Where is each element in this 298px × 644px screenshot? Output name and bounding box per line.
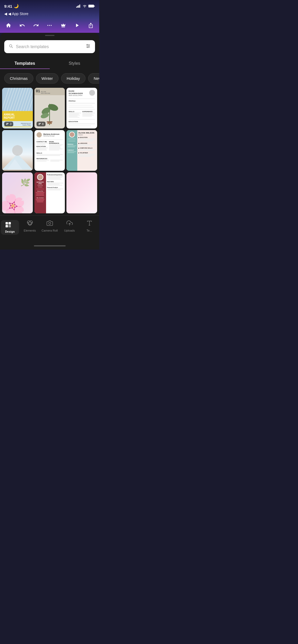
svg-rect-43 (8, 222, 11, 224)
bottom-nav: Design Elements Camera Roll (0, 215, 99, 243)
search-bar[interactable]: Search templates (4, 40, 95, 53)
svg-point-14 (87, 47, 88, 48)
more-button[interactable] (45, 21, 54, 30)
template-annual-report[interactable]: ANNUALREPORT Prepared byJoseph Lansdon P… (2, 88, 33, 128)
home-bar (34, 245, 66, 246)
template-badge-3: 3 (4, 122, 13, 126)
cv-olivia-right: OLIVIA WILSON Student ▶ EDUCATION ▶ LANG… (77, 130, 97, 171)
plant-svg (37, 97, 62, 125)
camera-label: Camera Roll (42, 229, 58, 232)
redo-icon (33, 22, 39, 28)
appstore-label[interactable]: ◀ App Store (8, 12, 28, 16)
chip-winter[interactable]: Winter (36, 73, 58, 84)
chip-holiday[interactable]: Holiday (61, 73, 85, 84)
template-plant[interactable]: 01 BE ONEWITH NATURE (34, 88, 65, 128)
svg-rect-27 (6, 123, 7, 124)
svg-rect-39 (39, 124, 39, 125)
annual-title: ANNUALREPORT (4, 113, 31, 119)
cv-howard-right: Professional Experience Hard Skills Fina… (46, 172, 65, 213)
cv-mariana-avatar (37, 132, 42, 137)
moon-icon: 🌙 (14, 4, 19, 8)
chip-newyear[interactable]: New year (88, 73, 99, 84)
search-icon (8, 44, 13, 50)
template-cv-mariana[interactable]: Mariana Anderson Marketing Manager CONTA… (34, 130, 65, 171)
svg-rect-36 (47, 121, 52, 122)
svg-rect-1 (77, 6, 78, 8)
floral-decoration: 🌸 (2, 192, 28, 213)
template-floral[interactable]: 🌸 🌿 (2, 172, 33, 213)
undo-button[interactable] (18, 21, 26, 30)
cv-dani-avatar (89, 90, 95, 96)
templates-grid: ANNUALREPORT Prepared byJoseph Lansdon P… (0, 88, 99, 215)
svg-rect-37 (39, 123, 39, 124)
elements-label: Elements (24, 229, 36, 232)
annual-line (4, 127, 31, 127)
template-cv-howard[interactable]: HOWARD ONG Financial Analyst About Me My… (34, 172, 65, 213)
svg-rect-45 (8, 225, 11, 227)
status-bar: 9:41 🌙 (0, 0, 99, 11)
appstore-bar[interactable]: ◀ ◀ App Store (0, 11, 99, 18)
cv-olivia-avatar (69, 132, 75, 137)
more-icon (47, 22, 52, 28)
text-label: Te... (87, 229, 92, 232)
svg-rect-5 (94, 6, 95, 7)
nav-text[interactable]: Te... (79, 218, 99, 237)
cv-dani-header: DANI SCHWAIGER WEB DEVELOPER (69, 90, 95, 96)
nav-camera[interactable]: Camera Roll (40, 218, 60, 237)
svg-rect-42 (6, 222, 8, 224)
svg-point-13 (89, 45, 89, 46)
filter-icon[interactable] (85, 43, 91, 50)
search-placeholder[interactable]: Search templates (16, 44, 83, 49)
wifi-icon (83, 4, 87, 8)
nav-design[interactable]: Design (0, 218, 20, 237)
crown-icon (60, 22, 66, 28)
uploads-icon (66, 220, 73, 228)
share-button[interactable] (87, 21, 95, 30)
svg-rect-0 (76, 7, 77, 8)
template-pink[interactable] (66, 172, 97, 213)
home-button[interactable] (4, 21, 13, 30)
svg-point-7 (49, 25, 50, 26)
svg-rect-3 (79, 4, 80, 8)
uploads-label: Uploads (64, 229, 75, 232)
signal-icon (76, 4, 81, 8)
status-time-area: 9:41 🌙 (4, 4, 19, 8)
svg-rect-38 (40, 123, 40, 124)
share-icon (88, 22, 94, 28)
svg-rect-15 (2, 88, 33, 112)
play-button[interactable] (73, 21, 81, 30)
redo-button[interactable] (32, 21, 40, 30)
chips-container: Christmas Winter Holiday New year Food (0, 69, 99, 88)
elements-icon (27, 220, 33, 228)
svg-rect-29 (6, 124, 7, 125)
home-icon (6, 22, 11, 28)
tab-styles[interactable]: Styles (50, 58, 100, 69)
text-icon (86, 220, 93, 228)
handle-bar-area (0, 33, 99, 36)
play-icon (74, 22, 80, 28)
cv-howard-avatar (37, 174, 43, 180)
template-cv-olivia[interactable]: PROFILE CONTACT OLIVIA WILSON Student ▶ … (66, 130, 97, 171)
template-cv-dani[interactable]: DANI SCHWAIGER WEB DEVELOPER PROFILE SKI… (66, 88, 97, 128)
nav-elements[interactable]: Elements (20, 218, 40, 237)
arch-bg (2, 88, 33, 112)
svg-point-12 (87, 44, 88, 45)
undo-icon (19, 22, 25, 28)
svg-rect-44 (6, 225, 8, 227)
template-badge-8: 8 (37, 122, 46, 126)
status-time: 9:41 (4, 4, 12, 8)
home-indicator (0, 243, 99, 250)
nav-uploads[interactable]: Uploads (60, 218, 79, 237)
plant-header: 01 BE ONEWITH NATURE (34, 88, 65, 95)
svg-point-8 (51, 25, 52, 26)
crown-button[interactable] (59, 21, 67, 30)
back-chevron[interactable]: ◀ (4, 12, 7, 16)
mountain-circle (12, 145, 23, 156)
chip-christmas[interactable]: Christmas (4, 73, 33, 84)
template-mountain[interactable] (2, 130, 33, 171)
tab-templates[interactable]: Templates (0, 58, 50, 69)
battery-icon (88, 4, 95, 8)
annual-title-box: ANNUALREPORT (2, 111, 33, 121)
cv-olivia-left: PROFILE CONTACT (66, 130, 77, 171)
svg-point-6 (47, 25, 48, 26)
